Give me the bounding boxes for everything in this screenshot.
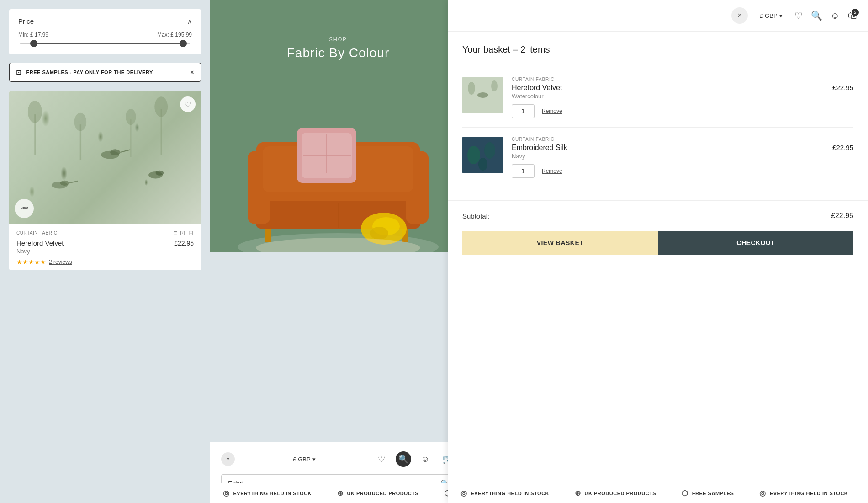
free-samples-banner: ⊡ FREE SAMPLES - PAY ONLY FOR THE DELIVE… (9, 63, 201, 82)
price-slider-track[interactable] (20, 43, 190, 44)
subtotal-row: Subtotal: £22.95 (448, 200, 868, 231)
product-category: CURTAIN FABRIC (16, 230, 57, 235)
basket-count-badge[interactable]: 🛍 2 (848, 11, 857, 21)
wishlist-nav-button[interactable]: ♡ (374, 451, 389, 467)
price-max-label: Max: £ 195.99 (157, 32, 192, 38)
search-close-button[interactable]: × (221, 452, 235, 466)
basket-wishlist-icon[interactable]: ♡ (794, 10, 803, 21)
svg-line-5 (69, 181, 78, 183)
heart-icon: ♡ (185, 100, 191, 109)
item-2-name: Embroidered Silk (512, 144, 567, 152)
item-1-name: Hereford Velvet (512, 84, 562, 92)
stock-text-1: EVERYTHING HELD IN STOCK (233, 491, 312, 496)
view-basket-button[interactable]: VIEW BASKET (462, 231, 658, 255)
item-1-qty-row: 1 Remove (512, 104, 853, 118)
item-1-remove-button[interactable]: Remove (542, 108, 562, 114)
svg-point-13 (154, 96, 168, 117)
bottom-bar-r-2: ⊕ UK PRODUCED PRODUCTS (562, 489, 669, 498)
basket-item-2-image (462, 137, 503, 173)
svg-point-35 (468, 82, 475, 95)
search-nav-button[interactable]: 🔍 (396, 451, 411, 467)
slider-fill (34, 43, 183, 44)
item-1-quantity[interactable]: 1 (512, 104, 535, 118)
search-icon: 🔍 (398, 454, 408, 464)
product-meta-top: CURTAIN FABRIC ≡ ⊡ ⊞ (16, 229, 194, 236)
grid-icon[interactable]: ⊞ (188, 229, 194, 236)
svg-point-4 (60, 181, 69, 186)
price-filter-chevron[interactable]: ∧ (187, 18, 192, 25)
item-1-price: £22.95 (832, 84, 853, 91)
price-filter-header: Price ∧ (18, 17, 192, 25)
bottom-bar-r-1: ◎ EVERYTHING HELD IN STOCK (448, 489, 562, 498)
wishlist-button[interactable]: ♡ (180, 96, 196, 112)
product-color: Navy (16, 248, 194, 255)
hero-title: Fabric By Colour (287, 46, 390, 60)
basket-content: Your basket – 2 items CURTAIN FABRIC Her… (448, 32, 868, 200)
svg-point-38 (467, 146, 480, 164)
nav-icons-row: ♡ 🔍 ☺ 🛒 (374, 451, 455, 467)
account-nav-button[interactable]: ☺ (418, 451, 433, 467)
badge-text: NEW (21, 207, 28, 210)
close-icon: × (738, 11, 742, 20)
basket-title: Your basket – 2 items (462, 44, 853, 55)
basket-count: 2 (852, 9, 859, 16)
product-image-container: ♡ NEW (9, 91, 201, 224)
basket-account-icon[interactable]: ☺ (831, 11, 840, 21)
svg-point-39 (484, 142, 495, 159)
left-panel: Price ∧ Min: £ 17.99 Max: £ 195.99 ⊡ FRE… (0, 0, 210, 503)
subtotal-label: Subtotal: (462, 212, 489, 220)
slider-thumb-right[interactable] (180, 40, 187, 47)
checkout-button[interactable]: CHECKOUT (658, 231, 853, 255)
basket-item-1: CURTAIN FABRIC Hereford Velvet £22.95 Wa… (462, 68, 853, 128)
sofa-container (210, 69, 466, 252)
banner-text: FREE SAMPLES - PAY ONLY FOR THE DELIVERY… (26, 70, 154, 75)
item-1-variant: Watercolour (512, 93, 853, 100)
basket-currency-selector[interactable]: £ GBP ▾ (756, 11, 786, 21)
item-1-name-row: Hereford Velvet £22.95 (512, 84, 853, 92)
star-rating: ★★★★★ 2 reviews (16, 258, 194, 266)
basket-item-2: CURTAIN FABRIC Embroidered Silk £22.95 N… (462, 128, 853, 187)
uk-icon-r1: ⊕ (575, 489, 581, 498)
item-2-category: CURTAIN FABRIC (512, 137, 853, 142)
search-overlay-header: × £ GBP ▾ ♡ 🔍 ☺ 🛒 (221, 451, 455, 467)
stock-icon-1: ◎ (223, 489, 230, 498)
banner-left: ⊡ FREE SAMPLES - PAY ONLY FOR THE DELIVE… (16, 69, 154, 76)
bottom-bar-left: ◎ EVERYTHING HELD IN STOCK ⊕ UK PRODUCED… (210, 483, 466, 503)
product-name-price: Hereford Velvet £22.95 (16, 239, 194, 248)
fabric-pattern-svg (9, 91, 201, 224)
compare-icon[interactable]: ⊡ (180, 229, 185, 236)
right-panel: × £ GBP ▾ ♡ 🔍 ☺ 🛍 2 Your basket – 2 item… (448, 0, 868, 503)
basket-item-2-details: CURTAIN FABRIC Embroidered Silk £22.95 N… (512, 137, 853, 178)
item-2-quantity[interactable]: 1 (512, 164, 535, 178)
hero-section: SHOP Fabric By Colour (210, 0, 466, 252)
basket-item-1-image (462, 77, 503, 113)
banner-close-button[interactable]: × (190, 69, 194, 76)
basket-search-icon[interactable]: 🔍 (811, 10, 822, 21)
basket-currency-chevron: ▾ (779, 12, 783, 19)
svg-point-36 (491, 80, 498, 91)
reviews-count[interactable]: 2 reviews (49, 259, 72, 265)
svg-point-15 (126, 109, 136, 125)
svg-point-9 (28, 101, 42, 123)
uk-text-r1: UK PRODUCED PRODUCTS (585, 491, 656, 496)
account-icon: ☺ (421, 455, 429, 464)
stock-icon-r2: ◎ (759, 489, 766, 498)
stock-text-r2: EVERYTHING HELD IN STOCK (770, 491, 848, 496)
currency-selector[interactable]: £ GBP ▾ (293, 456, 315, 463)
svg-rect-14 (130, 119, 131, 157)
item-1-category: CURTAIN FABRIC (512, 77, 853, 82)
basket-divider (462, 264, 853, 264)
basket-buttons: VIEW BASKET CHECKOUT (448, 231, 868, 255)
price-range-labels: Min: £ 17.99 Max: £ 195.99 (18, 32, 192, 38)
list-icon[interactable]: ≡ (174, 229, 177, 236)
slider-thumb-left[interactable] (30, 40, 37, 47)
item-2-price: £22.95 (832, 144, 853, 151)
sofa-svg (210, 69, 466, 252)
item-2-remove-button[interactable]: Remove (542, 168, 562, 174)
sample-icon: ⊡ (16, 69, 22, 76)
product-name[interactable]: Hereford Velvet (16, 239, 64, 247)
basket-item-1-details: CURTAIN FABRIC Hereford Velvet £22.95 Wa… (512, 77, 853, 118)
svg-point-34 (477, 92, 488, 98)
basket-close-button[interactable]: × (731, 7, 748, 24)
currency-label: £ GBP (293, 456, 310, 463)
